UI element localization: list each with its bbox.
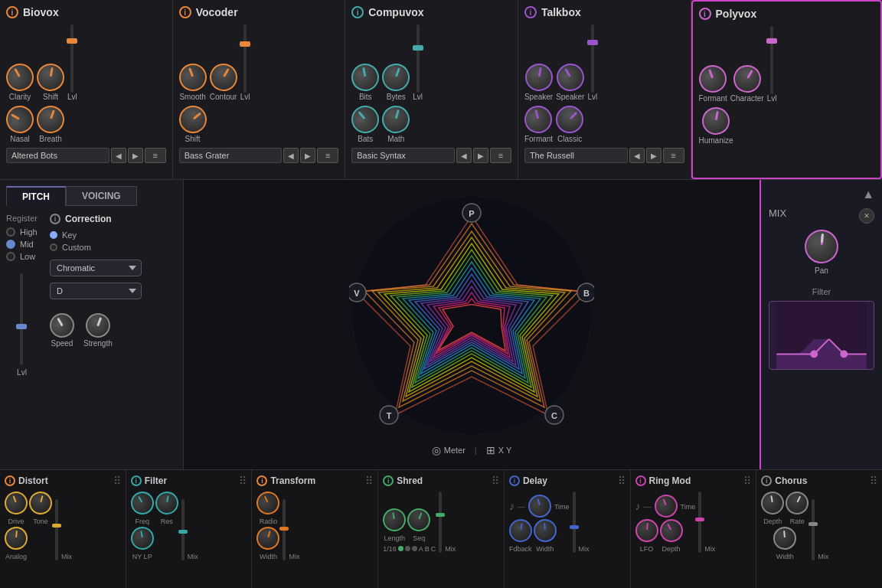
compuvox-prev-btn[interactable]: ◀ (456, 148, 472, 163)
ringmod-time-knob[interactable] (651, 492, 680, 521)
distort-drag-handle[interactable]: ⠿ (113, 475, 121, 487)
biovox-info-icon[interactable]: i (6, 6, 18, 18)
pan-knob[interactable] (803, 228, 840, 265)
pitch-lvl-track[interactable] (20, 273, 23, 365)
transform-info-icon[interactable]: i (256, 475, 267, 486)
biovox-next-btn[interactable]: ▶ (128, 148, 143, 163)
compuvox-math-knob[interactable] (379, 103, 413, 136)
biovox-clarity-knob[interactable] (1, 58, 38, 96)
chorus-info-icon[interactable]: i (761, 475, 772, 486)
correction-key[interactable]: Key (50, 230, 177, 240)
biovox-prev-btn[interactable]: ◀ (111, 148, 126, 163)
chorus-mix-slider[interactable] (812, 499, 815, 560)
distort-analog-knob[interactable] (4, 526, 29, 551)
vocoder-smooth-knob[interactable] (175, 60, 211, 95)
delay-time-knob[interactable] (526, 492, 554, 521)
delay-width-knob[interactable] (533, 518, 558, 544)
chorus-width-knob[interactable] (773, 526, 798, 551)
filter-drag-handle[interactable]: ⠿ (239, 475, 247, 487)
vocoder-level-slider[interactable]: Lvl (240, 24, 250, 101)
distort-info-icon[interactable]: i (5, 475, 15, 486)
talkbox-level-slider[interactable]: Lvl (587, 24, 597, 101)
compuvox-bytes-knob[interactable] (378, 60, 413, 95)
vocoder-next-btn[interactable]: ▶ (300, 148, 315, 163)
talkbox-next-btn[interactable]: ▶ (646, 148, 662, 163)
distort-drive-knob[interactable] (2, 488, 31, 518)
mix-close-btn[interactable]: × (859, 208, 874, 224)
talkbox-classic-knob[interactable] (550, 100, 590, 139)
delay-info-icon[interactable]: i (509, 475, 520, 486)
key-dropdown[interactable]: D C C# D# E (50, 283, 142, 299)
polyvox-humanize-knob[interactable] (700, 105, 732, 137)
strength-knob[interactable] (82, 309, 113, 341)
filter-mix-slider[interactable] (181, 499, 185, 560)
vocoder-prev-btn[interactable]: ◀ (283, 148, 299, 163)
talkbox-info-icon[interactable]: i (524, 6, 537, 18)
meter-btn[interactable]: ◎ Meter (432, 444, 466, 456)
distort-mix-slider[interactable] (55, 499, 58, 560)
shred-seq-knob[interactable] (404, 505, 433, 534)
talkbox-speaker1-knob[interactable] (523, 61, 555, 93)
biovox-breath-knob[interactable] (33, 102, 68, 137)
shred-length-knob[interactable] (381, 507, 408, 534)
delay-mix-slider[interactable] (573, 492, 576, 553)
speed-knob[interactable] (45, 309, 79, 342)
register-low[interactable]: Low (6, 252, 38, 261)
shred-drag-handle[interactable]: ⠿ (492, 475, 499, 487)
transform-mix-slider[interactable] (283, 499, 286, 560)
talkbox-menu-btn[interactable]: ≡ (663, 148, 684, 163)
compuvox-level-slider[interactable]: Lvl (413, 24, 423, 101)
polyvox-character-knob[interactable] (728, 60, 766, 97)
polyvox-info-icon[interactable]: i (699, 8, 711, 20)
biovox-menu-btn[interactable]: ≡ (145, 148, 166, 163)
chromatic-dropdown[interactable]: Chromatic Major Minor (50, 260, 142, 276)
vocoder-shift-knob[interactable] (173, 100, 212, 139)
filter-effect-info-icon[interactable]: i (131, 475, 142, 486)
biovox-level-slider[interactable]: Lvl (67, 24, 77, 101)
compuvox-next-btn[interactable]: ▶ (473, 148, 488, 163)
shred-mix-slider[interactable] (439, 492, 442, 553)
correction-info-icon[interactable]: i (50, 214, 60, 224)
delay-drag-handle[interactable]: ⠿ (618, 475, 626, 487)
polyvox-level-slider[interactable]: Lvl (767, 26, 777, 103)
chorus-drag-handle[interactable]: ⠿ (870, 475, 877, 487)
compuvox-info-icon[interactable]: i (351, 6, 364, 18)
shred-info-icon[interactable]: i (383, 475, 394, 486)
tab-voicing[interactable]: VOICING (66, 186, 137, 206)
ringmod-mix-slider[interactable] (698, 492, 701, 553)
viz-star-display[interactable]: P B C T V (349, 193, 594, 438)
xy-btn[interactable]: ⊞ X Y (486, 444, 512, 456)
chorus-depth-knob[interactable] (760, 490, 786, 517)
transform-radio-knob[interactable] (253, 488, 284, 518)
correction-custom[interactable]: Custom (50, 243, 177, 252)
compuvox-bats-knob[interactable] (346, 100, 385, 139)
delay-fdback-knob[interactable] (507, 518, 534, 544)
filter-freq-knob[interactable] (126, 488, 158, 519)
filter-res-knob[interactable] (153, 490, 180, 517)
ringmod-lfo-knob[interactable] (634, 518, 659, 544)
biovox-nasal-knob[interactable] (1, 100, 38, 138)
vocoder-contour-knob[interactable] (204, 58, 242, 96)
triangle-btn[interactable]: ▲ (862, 188, 874, 201)
talkbox-formant-knob[interactable] (521, 103, 555, 136)
biovox-shift-knob[interactable] (34, 61, 67, 93)
transform-drag-handle[interactable]: ⠿ (365, 475, 373, 487)
polyvox-formant-knob[interactable] (695, 61, 730, 96)
ringmod-drag-handle[interactable]: ⠿ (743, 475, 751, 487)
ringmod-depth-knob[interactable] (655, 515, 687, 547)
compuvox-bits-knob[interactable] (349, 61, 381, 93)
distort-tone-knob[interactable] (27, 489, 55, 518)
transform-width-knob[interactable] (254, 524, 283, 553)
compuvox-menu-btn[interactable]: ≡ (490, 148, 511, 163)
tab-pitch[interactable]: PITCH (6, 186, 66, 206)
filter-display[interactable] (769, 301, 874, 370)
chorus-rate-knob[interactable] (782, 488, 812, 518)
talkbox-speaker2-knob[interactable] (551, 58, 589, 96)
ringmod-info-icon[interactable]: i (635, 475, 646, 486)
talkbox-prev-btn[interactable]: ◀ (629, 148, 645, 163)
register-mid[interactable]: Mid (6, 240, 38, 249)
register-high[interactable]: High (6, 227, 38, 237)
vocoder-info-icon[interactable]: i (179, 6, 191, 18)
vocoder-menu-btn[interactable]: ≡ (317, 148, 338, 163)
filter-nylp-knob[interactable] (129, 525, 155, 552)
